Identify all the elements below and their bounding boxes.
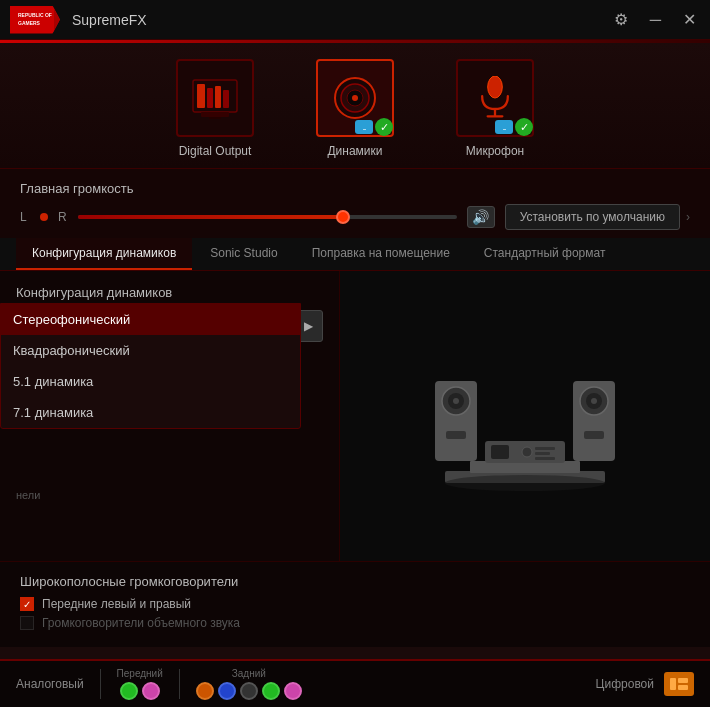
arrow-right-icon: › xyxy=(686,210,690,224)
volume-slider[interactable] xyxy=(78,208,457,226)
surround-speakers-row: Громкоговорители объемного звука xyxy=(20,616,690,630)
volume-section: Главная громкость L R 🔊 Установить по ум… xyxy=(0,169,710,238)
divider-1 xyxy=(100,669,101,699)
left-panel: Конфигурация динамиков Стереофонический … xyxy=(0,271,340,561)
surround-speakers-checkbox[interactable] xyxy=(20,616,34,630)
volume-left-label: L xyxy=(20,210,30,224)
svg-rect-6 xyxy=(207,88,213,108)
volume-track xyxy=(78,215,457,219)
svg-rect-9 xyxy=(201,112,229,117)
title-bar: REPUBLIC OF GAMERS SupremeFX ⚙ ─ ✕ xyxy=(0,0,710,40)
volume-thumb[interactable] xyxy=(336,210,350,224)
analog-label: Аналоговый xyxy=(16,677,84,691)
tab-sonic-studio[interactable]: Sonic Studio xyxy=(194,238,293,270)
check-icon-speaker: ✓ xyxy=(375,118,393,136)
svg-rect-5 xyxy=(197,84,205,108)
surround-speakers-label: Громкоговорители объемного звука xyxy=(42,616,240,630)
svg-rect-8 xyxy=(223,90,229,108)
settings-button[interactable]: ⚙ xyxy=(610,10,632,30)
svg-text:REPUBLIC OF: REPUBLIC OF xyxy=(18,12,52,18)
digital-label: Цифровой xyxy=(596,677,654,691)
mic-badge: ✓ xyxy=(495,118,533,136)
speaker-label: Динамики xyxy=(327,144,382,158)
digital-icon-wrap xyxy=(175,58,255,138)
rear-blue-dot[interactable] xyxy=(218,682,236,700)
front-connector-group: Передний xyxy=(117,668,163,700)
svg-rect-7 xyxy=(215,86,221,108)
volume-left-dot xyxy=(40,213,48,221)
dropdown-item-7.1[interactable]: 7.1 динамика xyxy=(1,397,300,428)
front-green-dot[interactable] xyxy=(120,682,138,700)
digital-icon[interactable] xyxy=(664,672,694,696)
dropdown-item-stereo[interactable]: Стереофонический xyxy=(1,304,300,335)
svg-point-32 xyxy=(522,447,532,457)
volume-fill xyxy=(78,215,343,219)
front-label: Передний xyxy=(117,668,163,679)
svg-point-15 xyxy=(488,76,503,98)
front-speakers-checkbox[interactable] xyxy=(20,597,34,611)
device-item-mic[interactable]: ✓ Микрофон xyxy=(455,58,535,158)
svg-rect-40 xyxy=(678,685,688,690)
chat-icon-mic xyxy=(495,120,513,134)
rear-black-dot[interactable] xyxy=(240,682,258,700)
svg-rect-39 xyxy=(678,678,688,683)
svg-rect-34 xyxy=(535,452,550,455)
svg-point-36 xyxy=(445,475,605,491)
rear-dots xyxy=(196,682,302,700)
tab-room-correction[interactable]: Поправка на помещение xyxy=(296,238,466,270)
dropdown-item-quad[interactable]: Квадрафонический xyxy=(1,335,300,366)
speaker-icon-wrap: ✓ xyxy=(315,58,395,138)
front-speakers-row: Передние левый и правый xyxy=(20,597,690,611)
svg-point-28 xyxy=(591,398,597,404)
mute-button[interactable]: 🔊 xyxy=(467,206,495,228)
app-name: SupremeFX xyxy=(72,12,147,28)
front-speakers-label: Передние левый и правый xyxy=(42,597,191,611)
svg-text:GAMERS: GAMERS xyxy=(18,20,41,26)
mic-label: Микрофон xyxy=(466,144,524,158)
svg-point-14 xyxy=(352,95,358,101)
mic-icon-wrap: ✓ xyxy=(455,58,535,138)
speaker-visualization xyxy=(415,331,635,501)
divider-2 xyxy=(179,669,180,699)
wideband-section: Широкополосные громкоговорители Передние… xyxy=(0,561,710,647)
wideband-title: Широкополосные громкоговорители xyxy=(20,574,690,589)
svg-point-23 xyxy=(453,398,459,404)
rear-green-dot[interactable] xyxy=(262,682,280,700)
front-pink-dot[interactable] xyxy=(142,682,160,700)
device-item-digital[interactable]: Digital Output xyxy=(175,58,255,158)
microphone-icon xyxy=(473,76,517,120)
svg-rect-24 xyxy=(446,431,466,439)
minimize-button[interactable]: ─ xyxy=(646,10,665,30)
close-button[interactable]: ✕ xyxy=(679,10,700,30)
svg-marker-3 xyxy=(54,7,60,33)
rear-orange-dot[interactable] xyxy=(196,682,214,700)
tab-speaker-config[interactable]: Конфигурация динамиков xyxy=(16,238,192,270)
rog-icon: REPUBLIC OF GAMERS xyxy=(10,6,60,34)
tab-standard-format[interactable]: Стандартный формат xyxy=(468,238,622,270)
speaker-config-dropdown: Стереофонический Квадрафонический 5.1 ди… xyxy=(0,303,301,429)
right-panel xyxy=(340,271,710,561)
channel-overlay: нели xyxy=(16,489,40,501)
svg-rect-38 xyxy=(670,678,676,690)
dropdown-item-5.1[interactable]: 5.1 динамика xyxy=(1,366,300,397)
set-default-button[interactable]: Установить по умолчанию xyxy=(505,204,680,230)
device-item-speaker[interactable]: ✓ Динамики xyxy=(315,58,395,158)
volume-right-label: R xyxy=(58,210,68,224)
check-icon-mic: ✓ xyxy=(515,118,533,136)
volume-label: Главная громкость xyxy=(20,181,690,196)
device-section: Digital Output ✓ Динамики xyxy=(0,43,710,169)
svg-rect-10 xyxy=(209,117,221,119)
digital-port-icon xyxy=(666,674,692,694)
speaker-icon xyxy=(331,74,379,122)
rear-pink-dot[interactable] xyxy=(284,682,302,700)
digital-icon-border xyxy=(176,59,254,137)
rear-label: Задний xyxy=(232,668,266,679)
speaker-badge: ✓ xyxy=(355,118,393,136)
front-dots xyxy=(120,682,160,700)
bottom-bar: Аналоговый Передний Задний Цифровой xyxy=(0,659,710,707)
tabs-bar: Конфигурация динамиков Sonic Studio Попр… xyxy=(0,238,710,271)
svg-rect-35 xyxy=(535,457,555,460)
svg-rect-31 xyxy=(491,445,509,459)
svg-rect-29 xyxy=(584,431,604,439)
digital-output-icon xyxy=(191,76,239,120)
